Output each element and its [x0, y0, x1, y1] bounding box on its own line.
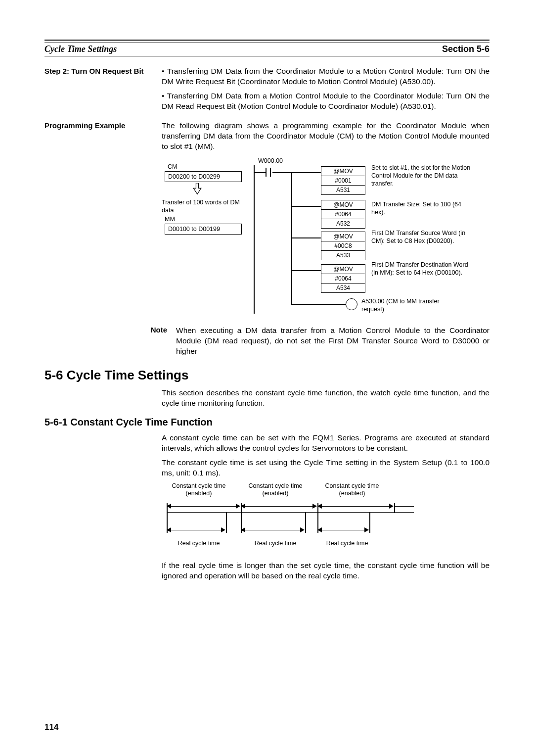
mov-block-1: @MOV #0001 A531 [321, 166, 365, 195]
mov2-note: DM Transfer Size: Set to 100 (64 hex). [371, 201, 475, 216]
section-5-6-1-p3-wrap: If the real cycle time is longer than th… [162, 561, 490, 581]
prog-example-label: Programming Example [44, 121, 151, 156]
coil-note: A530.00 (CM to MM transfer request) [361, 298, 460, 313]
arrow-l-icon-2 [241, 504, 245, 509]
prog-example-intro-text: The following diagram shows a programmin… [162, 121, 490, 152]
mov2-v2: A532 [321, 219, 365, 228]
mov3-note: First DM Transfer Source Word (in CM): S… [371, 230, 475, 245]
note-label: Note [143, 326, 167, 357]
section-5-6-title: 5-6 Cycle Time Settings [44, 368, 490, 383]
mov4-v1: #0064 [321, 274, 365, 284]
output-coil [346, 298, 357, 310]
page-number: 114 [44, 722, 58, 732]
arrow-l-icon-b3 [317, 527, 322, 532]
mov-block-4: @MOV #0064 A534 [321, 264, 365, 293]
mov3-op: @MOV [321, 232, 365, 241]
mov2-v1: #0064 [321, 210, 365, 219]
top-arrow-1-line [171, 506, 237, 507]
p1: A constant cycle time can be set with th… [162, 433, 490, 454]
arrow-r-icon-3 [389, 504, 394, 509]
arrow-l-icon [167, 504, 171, 509]
mov4-note: First DM Transfer Destination Word (in M… [371, 261, 475, 277]
mov3-v2: A533 [321, 251, 365, 260]
arrow-r-icon [236, 504, 240, 509]
rung-left [254, 172, 266, 173]
top-arrow-2-line [245, 506, 313, 507]
top-label-3: Constant cycle time (enabled) [315, 482, 389, 497]
mov4-op: @MOV [321, 265, 365, 274]
mov1-op: @MOV [321, 167, 365, 176]
header-rule [44, 40, 490, 43]
mov-block-2: @MOV #0064 A532 [321, 200, 365, 229]
arrow-l-icon-b1 [167, 527, 171, 532]
section-5-6-1-body: A constant cycle time can be set with th… [162, 433, 490, 478]
note-block: Note When executing a DM data transfer f… [143, 326, 490, 357]
mov3-wire [291, 237, 321, 238]
arrow-l-icon-3 [317, 504, 322, 509]
mov4-v2: A534 [321, 284, 365, 292]
timeline-baseline [167, 512, 414, 513]
bot-label-3: Real cycle time [310, 540, 384, 547]
arrow-r-icon-b3 [364, 527, 369, 532]
step2-content: Transferring DM Data from the Coordinato… [162, 66, 490, 116]
ladder-contact [266, 168, 271, 177]
tick-short-3 [369, 512, 370, 533]
section-5-6-intro: This section describes the constant cycl… [162, 388, 490, 409]
top-label-2: Constant cycle time (enabled) [238, 482, 312, 497]
step2-bullet-1: Transferring DM Data from the Coordinato… [162, 66, 490, 87]
step2-bullet-2: Transferring DM Data from a Motion Contr… [162, 91, 490, 112]
cycle-time-diagram: Constant cycle time (enabled) Constant c… [162, 482, 490, 557]
mm-label: MM [165, 216, 175, 224]
bot-label-2: Real cycle time [238, 540, 312, 547]
mov2-wire [291, 206, 321, 207]
mm-range-box: D00100 to D00199 [165, 224, 242, 235]
programming-diagram: CM D00200 to D00299 Transfer of 100 word… [162, 160, 490, 319]
bot-arrow-2-line [245, 530, 301, 531]
mov3-v1: #00C8 [321, 241, 365, 251]
down-arrow-icon [191, 183, 203, 195]
arrow-r-icon-b2 [300, 527, 305, 532]
rung-right [272, 172, 292, 173]
coil-wire [291, 304, 346, 305]
mov4-wire [291, 270, 321, 271]
step2-label: Step 2: Turn ON Request Bit [44, 66, 151, 116]
contact-label: W000.00 [258, 157, 283, 165]
arrow-r-icon-b1 [221, 527, 225, 532]
tick-short-2 [305, 512, 306, 533]
page: Cycle Time Settings Section 5-6 Step 2: … [0, 0, 534, 756]
arrow-r-icon-2 [312, 504, 317, 509]
mov2-op: @MOV [321, 200, 365, 210]
mov1-v2: A531 [321, 186, 365, 194]
p3: If the real cycle time is longer than th… [162, 561, 490, 581]
mov-block-3: @MOV #00C8 A533 [321, 232, 365, 260]
section-5-6-1-title: 5-6-1 Constant Cycle Time Function [44, 417, 490, 428]
prog-example-intro: The following diagram shows a programmin… [162, 121, 490, 156]
mov1-note: Set to slot #1, the slot for the Motion … [371, 164, 475, 188]
bot-arrow-3-line [321, 530, 365, 531]
bot-label-1: Real cycle time [162, 540, 236, 547]
top-arrow-3-line [321, 506, 390, 507]
cm-range-box: D00200 to D00299 [165, 171, 242, 182]
top-label-1: Constant cycle time (enabled) [162, 482, 236, 497]
header-right: Section 5-6 [442, 44, 490, 54]
arrow-l-icon-b2 [241, 527, 245, 532]
header-row: Cycle Time Settings Section 5-6 [44, 44, 490, 56]
prog-example-block: Programming Example The following diagra… [44, 121, 490, 156]
mov1-wire [291, 172, 321, 173]
cm-label: CM [168, 163, 177, 171]
header-left: Cycle Time Settings [44, 44, 117, 54]
tick-short-1 [226, 512, 227, 533]
tick-long-4 [394, 503, 395, 513]
step2-block: Step 2: Turn ON Request Bit Transferring… [44, 66, 490, 116]
transfer-text: Transfer of 100 words of DM data [162, 199, 243, 214]
mov1-v1: #0001 [321, 176, 365, 186]
note-body: When executing a DM data transfer from a… [176, 326, 490, 357]
bot-arrow-1-line [171, 530, 222, 531]
p2: The constant cycle time is set using the… [162, 458, 490, 478]
branch-rail [291, 172, 292, 305]
ladder-rail [254, 165, 255, 314]
top-arrow-tail [394, 506, 414, 507]
